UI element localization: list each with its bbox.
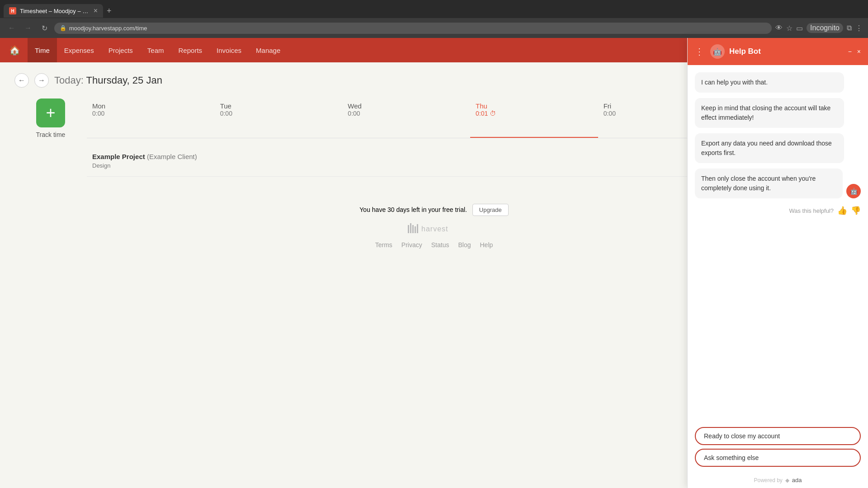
- upgrade-button[interactable]: Upgrade: [472, 204, 509, 216]
- day-mon[interactable]: Mon 0:00: [87, 99, 215, 138]
- profile-incognito[interactable]: Incognito: [807, 23, 843, 33]
- ada-logo-icon: ◆: [785, 477, 789, 483]
- footer-privacy[interactable]: Privacy: [401, 241, 422, 249]
- bookmark-star-icon[interactable]: ☆: [786, 24, 793, 33]
- bot-message-avatar: 🤖: [846, 184, 861, 198]
- address-bar[interactable]: 🔒 moodjoy.harvestapp.com/time: [54, 23, 772, 34]
- message-1-text: I can help you with that.: [701, 79, 768, 86]
- help-bot-options-icon[interactable]: ⋮: [695, 46, 704, 57]
- helpful-label: Was this helpful?: [789, 207, 834, 214]
- help-bot-avatar-icon: 🤖: [710, 44, 725, 59]
- home-nav-icon[interactable]: 🏠: [9, 45, 20, 56]
- extensions-icon[interactable]: ⧉: [847, 24, 852, 32]
- footer-terms[interactable]: Terms: [375, 241, 392, 249]
- svg-rect-4: [417, 224, 418, 233]
- nav-item-invoices[interactable]: Invoices: [209, 38, 249, 62]
- powered-by-text: Powered by: [754, 477, 782, 483]
- day-thu[interactable]: Thu 0:01 ⏱: [470, 99, 598, 138]
- harvest-logo-svg: harvest: [407, 221, 461, 235]
- ada-logo-text: ada: [792, 477, 802, 483]
- nav-items: Time Expenses Projects Team Reports Invo…: [28, 38, 796, 62]
- nav-item-time[interactable]: Time: [28, 38, 57, 62]
- browser-tab[interactable]: H Timesheet – Moodjoy – Harvest ×: [4, 4, 103, 18]
- new-tab-button[interactable]: +: [103, 6, 115, 16]
- help-bot-actions: − ×: [848, 48, 861, 55]
- svg-rect-1: [410, 223, 411, 233]
- day-mon-hours: 0:00: [92, 110, 209, 117]
- helpful-row: Was this helpful? 👍 👎: [695, 206, 861, 216]
- close-tab-icon[interactable]: ×: [94, 7, 98, 15]
- message-2-text: Keep in mind that closing the account wi…: [701, 104, 830, 121]
- close-account-label: Ready to close my account: [704, 432, 780, 440]
- day-thu-hours: 0:01 ⏱: [476, 110, 593, 117]
- track-time-col: + Track time: [14, 99, 87, 138]
- tab-favicon: H: [9, 7, 16, 14]
- close-account-suggestion-button[interactable]: Ready to close my account: [695, 427, 861, 445]
- nav-item-team[interactable]: Team: [140, 38, 171, 62]
- message-4-text: Then only close the account when you're …: [701, 175, 816, 192]
- trial-text: You have 30 days left in your free trial…: [359, 206, 467, 213]
- day-tue-name: Tue: [220, 102, 337, 110]
- client-name: (Example Client): [147, 153, 197, 160]
- svg-text:harvest: harvest: [421, 225, 448, 233]
- help-bot-panel: ⋮ 🤖 Help Bot − × I can help you with tha…: [687, 38, 868, 488]
- svg-rect-2: [412, 225, 414, 233]
- plus-icon: +: [46, 105, 55, 121]
- thumbs-up-button[interactable]: 👍: [837, 206, 847, 216]
- sidebar-icon[interactable]: ▭: [796, 24, 803, 33]
- track-time-label: Track time: [36, 131, 66, 138]
- day-wed-hours: 0:00: [348, 110, 465, 117]
- thumbs-down-button[interactable]: 👎: [851, 206, 861, 216]
- footer-blog[interactable]: Blog: [458, 241, 471, 249]
- day-tue[interactable]: Tue 0:00: [215, 99, 343, 138]
- project-title: Example Project: [92, 153, 145, 160]
- browser-chrome: H Timesheet – Moodjoy – Harvest × + ← → …: [0, 0, 868, 38]
- nav-item-manage[interactable]: Manage: [249, 38, 288, 62]
- help-bot-title: Help Bot: [729, 47, 844, 56]
- date-title: Today: Thursday, 25 Jan: [54, 75, 162, 86]
- day-mon-name: Mon: [92, 102, 209, 110]
- next-day-button[interactable]: →: [34, 73, 49, 88]
- minimize-bot-button[interactable]: −: [848, 48, 852, 55]
- forward-button[interactable]: →: [22, 22, 34, 34]
- back-button[interactable]: ←: [5, 22, 18, 34]
- footer-help[interactable]: Help: [480, 241, 493, 249]
- message-3-text: Export any data you need and download th…: [701, 140, 832, 156]
- message-3: Export any data you need and download th…: [695, 133, 844, 163]
- more-icon[interactable]: ⋮: [855, 24, 863, 33]
- help-bot-suggestions: Ready to close my account Ask something …: [688, 422, 868, 472]
- nav-item-reports[interactable]: Reports: [171, 38, 210, 62]
- browser-controls: ← → ↻ 🔒 moodjoy.harvestapp.com/time 👁 ☆ …: [0, 18, 868, 38]
- prev-day-button[interactable]: ←: [14, 73, 29, 88]
- help-bot-footer: Powered by ◆ ada: [688, 472, 868, 488]
- day-wed[interactable]: Wed 0:00: [342, 99, 470, 138]
- tab-title: Timesheet – Moodjoy – Harvest: [20, 8, 90, 14]
- message-1: I can help you with that.: [695, 72, 844, 93]
- browser-actions: 👁 ☆ ▭ Incognito ⧉ ⋮: [775, 23, 863, 33]
- message-4-row: Then only close the account when you're …: [695, 169, 861, 198]
- today-prefix: Today:: [54, 75, 84, 86]
- url-text: moodjoy.harvestapp.com/time: [69, 25, 147, 32]
- close-bot-button[interactable]: ×: [857, 48, 861, 55]
- browser-tab-bar: H Timesheet – Moodjoy – Harvest × +: [0, 0, 868, 18]
- visibility-icon[interactable]: 👁: [775, 24, 783, 32]
- svg-rect-0: [408, 225, 409, 233]
- current-date: Thursday, 25 Jan: [86, 75, 162, 86]
- lock-icon: 🔒: [60, 25, 66, 31]
- add-time-button[interactable]: +: [36, 99, 65, 127]
- ask-something-else-button[interactable]: Ask something else: [695, 449, 861, 467]
- ask-something-else-label: Ask something else: [704, 454, 759, 461]
- help-bot-messages: I can help you with that. Keep in mind t…: [688, 65, 868, 422]
- nav-item-expenses[interactable]: Expenses: [57, 38, 101, 62]
- day-wed-name: Wed: [348, 102, 465, 110]
- message-4: Then only close the account when you're …: [695, 169, 843, 198]
- nav-item-projects[interactable]: Projects: [101, 38, 140, 62]
- help-bot-header: ⋮ 🤖 Help Bot − ×: [688, 38, 868, 65]
- day-thu-name: Thu: [476, 102, 593, 110]
- svg-rect-3: [415, 226, 416, 233]
- day-tue-hours: 0:00: [220, 110, 337, 117]
- reload-button[interactable]: ↻: [38, 22, 51, 34]
- message-2: Keep in mind that closing the account wi…: [695, 98, 844, 128]
- footer-status[interactable]: Status: [431, 241, 449, 249]
